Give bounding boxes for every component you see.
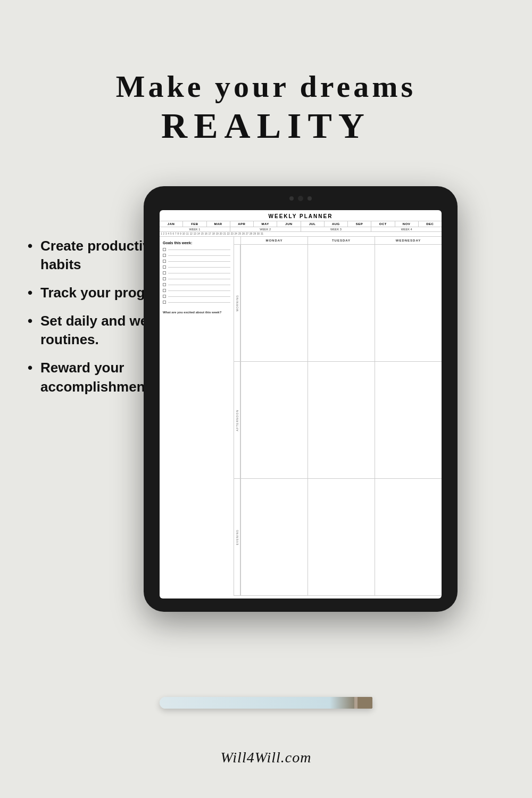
pencil-body	[160, 697, 372, 709]
day-num-20: 20	[220, 232, 222, 236]
afternoon-section: AFTERNOON	[234, 362, 442, 479]
day-num-6: 6	[173, 232, 174, 236]
month-nov: NOV	[395, 221, 419, 227]
afternoon-wednesday-cell	[375, 362, 442, 478]
goal-item-8	[163, 289, 230, 292]
morning-section: MORNING	[234, 245, 442, 362]
month-mar: MAR	[207, 221, 230, 227]
month-jul: JUL	[301, 221, 325, 227]
goal-item-9	[163, 295, 230, 298]
day-num-23: 23	[231, 232, 234, 236]
afternoon-label: AFTERNOON	[236, 410, 239, 431]
day-num-7: 7	[175, 232, 177, 236]
month-aug: AUG	[325, 221, 348, 227]
day-num-31: 31	[261, 232, 263, 236]
tablet-body: WEEKLY PLANNER JANFEBMARAPRMAYJUNJULAUGS…	[144, 186, 458, 612]
goal-item-6	[163, 277, 230, 280]
footer-text: Will4Will.com	[0, 749, 532, 766]
week-3: WEEK 3	[301, 227, 372, 231]
day-monday: MONDAY	[240, 237, 307, 244]
goal-line-5	[168, 273, 230, 273]
day-num-21: 21	[223, 232, 226, 236]
goals-container	[163, 248, 230, 306]
goal-checkbox-4	[163, 265, 166, 269]
week-4: WEEK 4	[371, 227, 442, 231]
morning-label: MORNING	[236, 295, 239, 311]
month-oct: OCT	[371, 221, 395, 227]
day-num-25: 25	[238, 232, 241, 236]
camera-dot-left	[289, 196, 294, 201]
goal-item-5	[163, 271, 230, 275]
month-jun: JUN	[277, 221, 301, 227]
evening-wednesday-cell	[375, 479, 442, 595]
day-num-10: 10	[182, 232, 185, 236]
headline-line1: Make your dreams	[0, 69, 532, 105]
month-row: JANFEBMARAPRMAYJUNJULAUGSEPOCTNOVDEC	[160, 221, 442, 227]
day-numbers-row: 1234567891011121314151617181920212223242…	[160, 232, 442, 237]
goals-label: Goals this week:	[163, 241, 230, 245]
day-num-24: 24	[235, 232, 237, 236]
morning-label-col: MORNING	[234, 245, 240, 361]
day-num-2: 2	[163, 232, 165, 236]
tablet-device: WEEKLY PLANNER JANFEBMARAPRMAYJUNJULAUGS…	[144, 186, 458, 612]
goal-checkbox-8	[163, 289, 166, 292]
day-num-16: 16	[205, 232, 207, 236]
excited-label: What are you excited about this week?	[163, 311, 230, 315]
day-num-4: 4	[168, 232, 170, 236]
afternoon-monday-cell	[240, 362, 307, 478]
afternoon-label-col: AFTERNOON	[234, 362, 240, 478]
left-column: Goals this week:	[160, 237, 234, 596]
spacer	[234, 237, 240, 244]
morning-tuesday-cell	[307, 245, 375, 361]
evening-tuesday-cell	[307, 479, 375, 595]
day-num-19: 19	[216, 232, 219, 236]
day-num-15: 15	[201, 232, 204, 236]
morning-wednesday-cell	[375, 245, 442, 361]
day-headers: MONDAY TUESDAY WEDNESDAY	[234, 237, 442, 245]
goal-item-3	[163, 260, 230, 263]
day-num-17: 17	[209, 232, 211, 236]
week-2: WEEK 2	[230, 227, 301, 231]
goal-item-4	[163, 265, 230, 269]
month-dec: DEC	[419, 221, 442, 227]
goal-item-7	[163, 283, 230, 286]
day-num-9: 9	[180, 232, 181, 236]
month-apr: APR	[230, 221, 254, 227]
goal-item-10	[163, 301, 230, 304]
day-num-11: 11	[186, 232, 189, 236]
goal-checkbox-10	[163, 301, 166, 304]
pencil	[160, 697, 372, 709]
day-num-27: 27	[246, 232, 248, 236]
day-tuesday: TUESDAY	[307, 237, 375, 244]
goal-line-8	[168, 290, 230, 291]
camera-dot-right	[307, 196, 312, 201]
evening-label: EVENING	[236, 529, 239, 545]
headline-line2: REALITY	[0, 105, 532, 146]
goal-line-3	[168, 261, 230, 262]
week-1: WEEK 1	[160, 227, 230, 231]
day-num-12: 12	[190, 232, 193, 236]
goal-line-4	[168, 267, 230, 268]
camera-dot-center	[298, 196, 303, 201]
goal-checkbox-3	[163, 260, 166, 263]
planner-grid: Goals this week:	[160, 237, 442, 596]
goal-checkbox-6	[163, 277, 166, 280]
goal-item-2	[163, 254, 230, 257]
day-num-13: 13	[194, 232, 196, 236]
tablet-camera	[289, 196, 312, 201]
evening-section: EVENING	[234, 479, 442, 596]
month-may: MAY	[254, 221, 277, 227]
goal-checkbox-1	[163, 248, 166, 251]
goal-checkbox-2	[163, 254, 166, 257]
day-num-14: 14	[197, 232, 200, 236]
afternoon-tuesday-cell	[307, 362, 375, 478]
goal-checkbox-5	[163, 271, 166, 275]
day-num-5: 5	[170, 232, 172, 236]
day-wednesday: WEDNESDAY	[375, 237, 442, 244]
goal-checkbox-9	[163, 295, 166, 298]
goal-line-2	[168, 255, 230, 256]
goal-line-9	[168, 296, 230, 297]
day-num-8: 8	[178, 232, 179, 236]
day-num-3: 3	[165, 232, 167, 236]
morning-monday-cell	[240, 245, 307, 361]
